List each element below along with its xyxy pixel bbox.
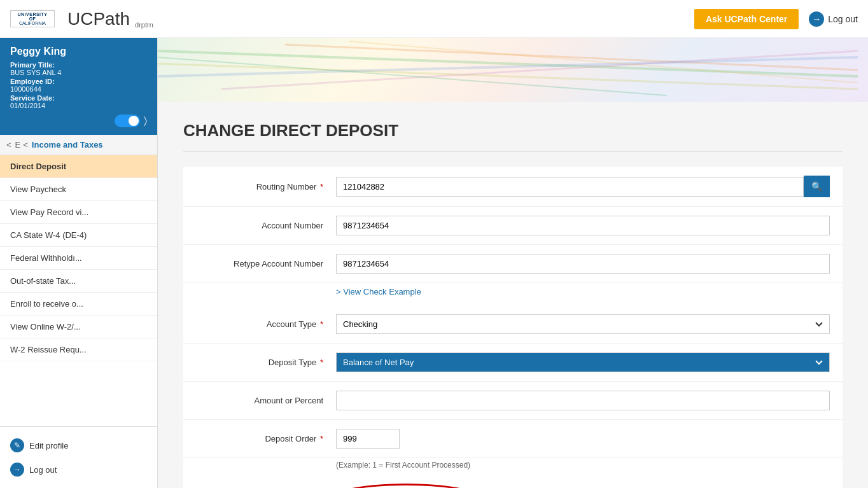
sidebar-user-panel: Peggy King Primary Title: BUS SYS ANL 4 … (0, 38, 157, 135)
sidebar-item-federal-withholding[interactable]: Federal Withholdı... (0, 247, 157, 270)
account-number-label: Account Number (196, 221, 336, 230)
return-btn-circle-highlight (317, 484, 495, 488)
breadcrumb-section: E (15, 140, 21, 150)
primary-title-label: Primary Title: (10, 61, 55, 69)
deposit-order-row: Deposit Order * (183, 420, 843, 458)
button-area: RETURN TO DIRECT DEPOSIT (183, 478, 843, 488)
sidebar-item-out-of-state-tax[interactable]: Out-of-state Tax... (0, 270, 157, 293)
form-section: Routing Number * 🔍 Account Number (183, 167, 843, 488)
sidebar-logout-item[interactable]: → Log out (10, 457, 147, 482)
breadcrumb-separator: < (23, 140, 28, 150)
amount-or-percent-row: Amount or Percent (183, 382, 843, 420)
account-type-label: Account Type * (196, 319, 336, 329)
sidebar-item-view-online-w2[interactable]: View Online W-2/... (0, 316, 157, 338)
retype-account-number-input[interactable] (336, 254, 830, 274)
drptrn-badge: drptrn (135, 21, 153, 29)
sidebar-bottom: ✎ Edit profile → Log out (0, 426, 157, 488)
employee-id-label: Employee ID: (10, 78, 55, 85)
routing-number-input-area: 🔍 (336, 176, 830, 197)
account-number-input[interactable] (336, 216, 830, 235)
primary-title-value: BUS SYS ANL 4 (10, 69, 61, 76)
content-inner: CHANGE DIRECT DEPOSIT Routing Number * 🔍 (158, 102, 868, 488)
edit-profile-icon: ✎ (10, 438, 24, 452)
ucpath-title: UCPath (67, 9, 130, 29)
amount-or-percent-label: Amount or Percent (196, 396, 336, 405)
content-area: CHANGE DIRECT DEPOSIT Routing Number * 🔍 (158, 38, 868, 488)
svg-line-5 (158, 57, 667, 95)
routing-number-input[interactable] (336, 177, 804, 197)
top-bar-right: Ask UCPath Center → Log out (694, 9, 858, 29)
sidebar-toggle-circle (129, 116, 139, 126)
uc-logo: UNIVERSITY OF CALIFORNIA (10, 10, 55, 27)
deposit-order-required: * (318, 434, 323, 443)
deposit-order-input-area (336, 429, 830, 449)
service-date-label: Service Date: (10, 94, 55, 102)
uc-logo-of: OF (29, 17, 36, 21)
sidebar-logout-label: Log out (29, 465, 57, 475)
breadcrumb-section-label: Income and Taxes (32, 140, 103, 150)
sidebar-user-name: Peggy King (10, 46, 147, 57)
deposit-type-required: * (318, 358, 323, 367)
sidebar-breadcrumb-row: < E < Income and Taxes (0, 135, 157, 155)
routing-number-label: Routing Number * (196, 182, 336, 192)
account-type-row: Account Type * Checking Savings (183, 305, 843, 344)
ask-ucpath-button[interactable]: Ask UCPath Center (694, 9, 799, 29)
deposit-type-input-area: Balance of Net Pay Flat Amount Percent (336, 352, 830, 372)
sidebar-toggle-row: 〉 (10, 115, 147, 127)
routing-search-button[interactable]: 🔍 (804, 176, 830, 197)
deposit-type-select[interactable]: Balance of Net Pay Flat Amount Percent (336, 352, 830, 372)
edit-profile-item[interactable]: ✎ Edit profile (10, 433, 147, 457)
employee-id-value: 10000644 (10, 85, 41, 93)
uc-logo-university: UNIVERSITY (17, 12, 47, 17)
header-banner (158, 38, 868, 102)
chevron-right-icon: 〉 (144, 115, 147, 127)
sidebar-item-w2-reissue[interactable]: W-2 Reissue Requ... (0, 338, 157, 361)
uc-logo-california: CALIFORNIA (19, 21, 46, 25)
account-number-row: Account Number (183, 207, 843, 245)
retype-account-number-label: Retype Account Number (196, 259, 336, 268)
sidebar-item-ca-state-w4[interactable]: CA State W-4 (DE-4) (0, 224, 157, 247)
logout-label: Log out (828, 14, 858, 24)
logout-icon: → (809, 11, 824, 27)
top-bar: UNIVERSITY OF CALIFORNIA UCPath drptrn A… (0, 0, 868, 38)
retype-account-number-input-area (336, 254, 830, 274)
sidebar-item-enroll[interactable]: Enroll to receive o... (0, 293, 157, 316)
amount-or-percent-input-area (336, 391, 830, 410)
service-date-value: 01/01/2014 (10, 102, 45, 109)
sidebar-logout-icon: → (10, 463, 24, 477)
sidebar-back-arrow[interactable]: < (6, 140, 11, 150)
sidebar-item-direct-deposit[interactable]: Direct Deposit (0, 155, 157, 178)
retype-account-number-row: Retype Account Number (183, 245, 843, 283)
deposit-type-label: Deposit Type * (196, 358, 336, 367)
account-type-required: * (318, 319, 323, 329)
deposit-order-hint: (Example: 1 = First Account Processed) (183, 458, 843, 478)
edit-profile-label: Edit profile (29, 441, 68, 450)
account-type-select[interactable]: Checking Savings (336, 314, 830, 334)
sidebar-service-date: Service Date: 01/01/2014 (10, 94, 147, 109)
sidebar: Peggy King Primary Title: BUS SYS ANL 4 … (0, 38, 158, 488)
uc-logo-box: UNIVERSITY OF CALIFORNIA (10, 10, 55, 27)
sidebar-primary-title: Primary Title: BUS SYS ANL 4 (10, 61, 147, 76)
sidebar-employee-id: Employee ID: 10000644 (10, 78, 147, 93)
sidebar-item-view-pay-record[interactable]: View Pay Record vi... (0, 201, 157, 224)
page-title: CHANGE DIRECT DEPOSIT (183, 121, 843, 151)
sidebar-item-view-paycheck[interactable]: View Paycheck (0, 178, 157, 201)
routing-required-marker: * (318, 182, 323, 192)
deposit-order-input[interactable] (336, 429, 400, 449)
logout-button[interactable]: → Log out (809, 11, 858, 27)
account-type-input-area: Checking Savings (336, 314, 830, 334)
deposit-type-row: Deposit Type * Balance of Net Pay Flat A… (183, 344, 843, 382)
account-number-input-area (336, 216, 830, 235)
view-check-example-link[interactable]: > View Check Example (183, 283, 843, 305)
routing-number-row: Routing Number * 🔍 (183, 167, 843, 207)
routing-number-with-btn: 🔍 (336, 176, 830, 197)
deposit-order-label: Deposit Order * (196, 434, 336, 443)
sidebar-nav: < E < Income and Taxes Direct Deposit Vi… (0, 135, 157, 426)
amount-or-percent-input[interactable] (336, 391, 830, 410)
sidebar-collapse-toggle[interactable] (115, 115, 140, 127)
